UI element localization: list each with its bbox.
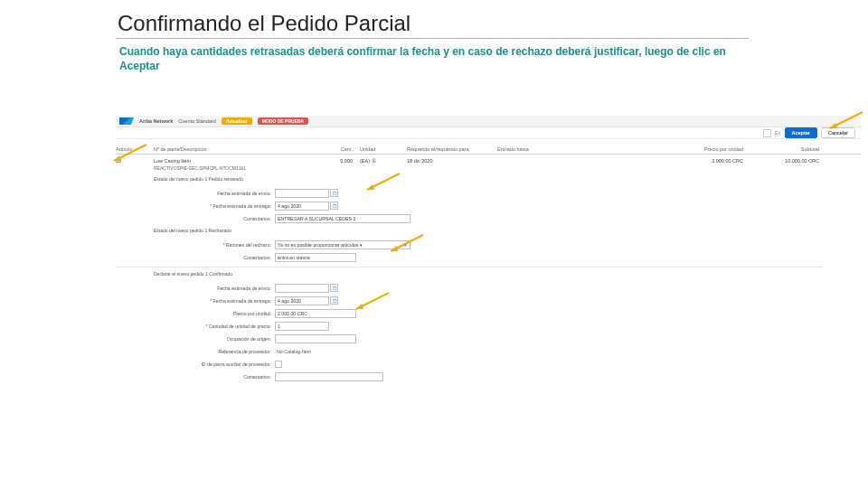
slide-subtitle: Cuando haya cantidades retrasadas deberá…: [119, 44, 752, 73]
test-mode-pill: MODO DE PRUEBA: [258, 117, 308, 125]
table-header-row: Artículo Nº de pieza/Descripción Cant. U…: [116, 146, 861, 155]
part-name: Low Casing Item: [154, 158, 307, 164]
supplier-part-value: No-Catalog-Item: [275, 349, 311, 354]
backorder-form: Fecha estimada de envío: ☐ Fecha estimad…: [154, 187, 861, 224]
topbar: Ariba Network Cuenta Standard Actualizar…: [116, 116, 861, 127]
confirmed-status: Declarar el nuevo pedido 1 Confirmado: [154, 271, 861, 277]
conf-deliv-input[interactable]: 4 ago 2020: [275, 296, 329, 305]
cell-line: 10: [116, 158, 154, 171]
origin-input[interactable]: [275, 334, 356, 343]
est-deliv-label: Fecha estimada de entrega:: [154, 203, 275, 209]
calendar-icon[interactable]: ☐: [330, 284, 338, 292]
est-ship-input[interactable]: [275, 189, 329, 198]
sap-logo: [119, 117, 134, 125]
col-unit: Unidad: [360, 146, 407, 152]
title-underline: [116, 38, 749, 39]
conf-ship-label: Fecha estimada de envío:: [154, 286, 275, 291]
cancel-button[interactable]: Cancelar: [821, 127, 855, 138]
backorder-status: Estado del nuevo pedido 1 Pedido retrasa…: [154, 176, 861, 182]
bo-comments-input[interactable]: ENTREGAR A SUCURSAL CEDES 2: [275, 214, 410, 223]
col-ship: Enviado hasta: [497, 146, 633, 152]
ex-label: Ex: [775, 130, 780, 136]
upgrade-pill[interactable]: Actualizar: [222, 117, 252, 125]
cell-subtotal: 10.000,00 CRC: [750, 158, 823, 171]
col-price: Precio por unidad: [633, 146, 750, 152]
reject-reason-select[interactable]: Ya no es posible proporcionar articulos …: [275, 240, 410, 249]
conf-ship-input[interactable]: [275, 284, 329, 293]
brand-label: Ariba Network: [139, 118, 173, 124]
calendar-icon[interactable]: ☐: [330, 296, 338, 305]
aux-part-label: ID de pieza auxiliar de proveedor:: [154, 361, 275, 367]
cell-need: 18 dic 2020: [407, 158, 497, 171]
reject-comments-input[interactable]: entra en stance: [275, 253, 356, 262]
reject-status: Estado del nuevo pedido 1 Rechazado: [154, 228, 861, 233]
col-need: Requerido el/requerido para: [407, 146, 497, 152]
cell-part: Low Casing Item REACTIVOSPIE-SEC-SPMCPL-…: [154, 158, 307, 171]
conf-comments-input[interactable]: [275, 372, 383, 381]
accept-button[interactable]: Aceptar: [785, 127, 817, 138]
conf-price-input[interactable]: 2.000,00 CRC: [275, 309, 356, 318]
cell-qty: 5.000: [307, 158, 360, 171]
slide-title: Confirmando el Pedido Parcial: [118, 11, 868, 36]
bo-comments-label: Comentarios:: [154, 216, 275, 221]
col-subtotal: Subtotal: [750, 146, 823, 152]
supplier-part-label: Referencia de proveedor:: [154, 349, 275, 354]
origin-label: Ocupación de origen:: [154, 336, 275, 342]
cell-price: 2.000,00 CRC: [633, 158, 750, 171]
reject-comments-label: Comentarios:: [154, 255, 275, 260]
line-items-table: Artículo Nº de pieza/Descripción Cant. U…: [116, 146, 861, 382]
help-icon[interactable]: [763, 129, 771, 137]
conf-comments-label: Comentarios:: [154, 374, 275, 380]
account-type: Cuenta Standard: [178, 118, 216, 124]
confirmed-form: Fecha estimada de envío: ☐ Fecha estimad…: [154, 282, 861, 382]
conf-deliv-label: Fecha estimada de entrega:: [154, 298, 275, 304]
cell-unit: (EA) ①: [360, 158, 407, 171]
price-unit-qty-label: Cantidad de unidad de precio:: [154, 324, 275, 329]
actionbar: Ex Aceptar Cancelar: [116, 127, 861, 139]
reject-form: Razones del rechazo: Ya no es posible pr…: [154, 239, 861, 263]
separator: [116, 267, 823, 267]
cell-ship: [497, 158, 633, 171]
calendar-icon[interactable]: ☐: [330, 189, 338, 197]
col-line: Artículo: [116, 146, 154, 152]
sap-ariba-app: Ariba Network Cuenta Standard Actualizar…: [116, 116, 861, 477]
conf-price-label: Precio por unidad:: [154, 311, 275, 316]
calendar-icon[interactable]: ☐: [330, 202, 338, 210]
est-deliv-input[interactable]: 4 ago 2020: [275, 202, 329, 211]
reject-reason-label: Razones del rechazo:: [154, 242, 275, 248]
table-row: 10 Low Casing Item REACTIVOSPIE-SEC-SPMC…: [116, 155, 861, 173]
est-ship-label: Fecha estimada de envío:: [154, 191, 275, 196]
part-code: REACTIVOSPIE-SEC-SPMCPL-NTOCM1161: [154, 165, 307, 171]
col-part: Nº de pieza/Descripción: [154, 146, 307, 152]
price-unit-qty-input[interactable]: 1: [275, 322, 329, 331]
aux-part-checkbox[interactable]: [275, 361, 282, 368]
col-qty: Cant.: [307, 146, 360, 152]
